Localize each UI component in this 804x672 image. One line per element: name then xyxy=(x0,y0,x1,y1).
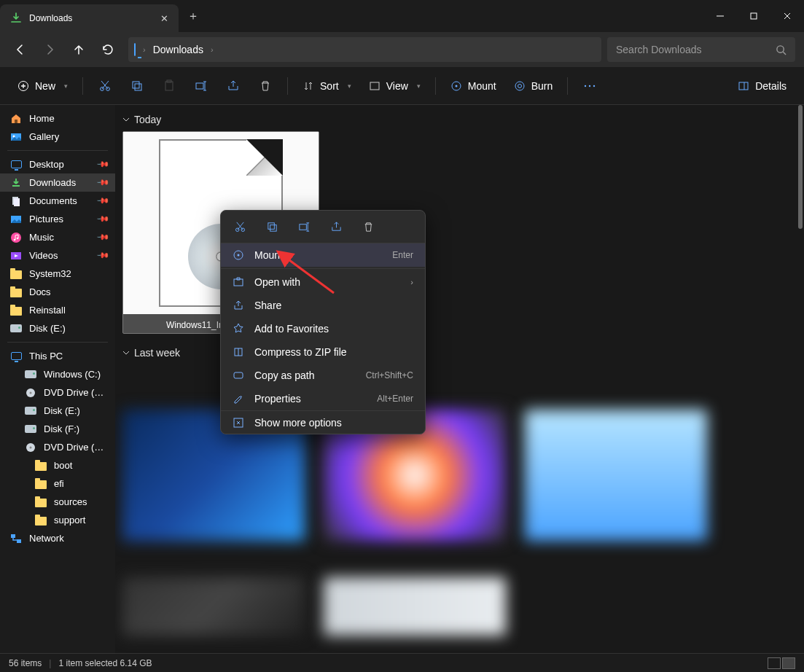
content-area[interactable]: Today Windows11_InsiderPre... 63 Last we… xyxy=(115,105,804,653)
sidebar-item-sources[interactable]: sources xyxy=(0,493,115,511)
ctx-item-openwith[interactable]: Open with › xyxy=(221,270,425,294)
ctx-delete-button[interactable] xyxy=(354,216,383,237)
details-button[interactable]: Details xyxy=(730,73,794,99)
svg-rect-9 xyxy=(133,82,139,88)
zip-icon xyxy=(233,346,244,358)
svg-point-17 xyxy=(515,82,524,90)
close-button[interactable] xyxy=(770,0,804,32)
sidebar-item-thispc[interactable]: This PC xyxy=(0,347,115,365)
sidebar-item-network[interactable]: Network xyxy=(0,529,115,547)
sidebar-item-pictures[interactable]: Pictures📌 xyxy=(0,210,115,228)
svg-rect-38 xyxy=(11,534,15,538)
address-bar[interactable]: › Downloads › xyxy=(128,37,601,62)
svg-point-21 xyxy=(593,85,595,86)
ctx-item-copyaspath[interactable]: Copy as path Ctrl+Shift+C xyxy=(221,364,425,387)
forward-button[interactable] xyxy=(35,36,64,63)
sidebar-item-reinstall[interactable]: Reinstall xyxy=(0,301,115,319)
search-box[interactable] xyxy=(607,37,795,62)
sidebar-item-videos[interactable]: Videos📌 xyxy=(0,246,115,265)
sidebar-item-home[interactable]: Home xyxy=(0,109,115,128)
search-input[interactable] xyxy=(616,44,776,55)
view-button[interactable]: View ▾ xyxy=(362,73,428,99)
burn-button[interactable]: Burn xyxy=(507,73,561,99)
tab-title: Downloads xyxy=(29,13,158,23)
sidebar[interactable]: Home Gallery Desktop📌 Downloads📌 Documen… xyxy=(0,105,115,653)
sidebar-item-efi[interactable]: efi xyxy=(0,474,115,493)
ctx-item-more[interactable]: Show more options xyxy=(221,410,425,434)
svg-rect-14 xyxy=(370,82,379,90)
file-tile-blurred[interactable] xyxy=(324,577,506,636)
delete-button[interactable] xyxy=(251,73,280,99)
svg-point-18 xyxy=(518,84,521,87)
file-tile-blurred[interactable] xyxy=(122,577,305,636)
sidebar-item-system32[interactable]: System32 xyxy=(0,265,115,283)
tab-downloads[interactable]: Downloads ✕ xyxy=(0,4,179,32)
refresh-button[interactable] xyxy=(93,36,122,63)
view-mode-toggle xyxy=(768,657,795,669)
sidebar-item-label: Reinstall xyxy=(29,305,108,316)
sidebar-item-disk-f[interactable]: Disk (F:) xyxy=(0,420,115,438)
ctx-item-mount[interactable]: Mount Enter xyxy=(221,243,425,267)
drive-icon xyxy=(25,423,36,435)
home-icon xyxy=(10,113,22,125)
more-button[interactable] xyxy=(575,73,604,99)
sidebar-item-downloads[interactable]: Downloads📌 xyxy=(0,173,115,192)
sidebar-item-windows-c[interactable]: Windows (C:) xyxy=(0,365,115,383)
chevron-right-icon[interactable]: › xyxy=(208,45,216,54)
ctx-shortcut: Alt+Enter xyxy=(377,394,413,404)
group-today[interactable]: Today xyxy=(122,114,797,125)
maximize-button[interactable] xyxy=(737,0,770,32)
search-icon xyxy=(776,44,787,55)
titlebar: Downloads ✕ ＋ xyxy=(0,0,804,32)
sidebar-item-disk-e[interactable]: Disk (E:) xyxy=(0,402,115,420)
openwith-icon xyxy=(233,276,244,288)
svg-point-32 xyxy=(17,237,19,239)
scrollbar[interactable] xyxy=(798,105,803,229)
ctx-item-addfav[interactable]: Add to Favorites xyxy=(221,317,425,340)
sidebar-item-boot[interactable]: boot xyxy=(0,456,115,474)
sidebar-item-support[interactable]: support xyxy=(0,511,115,529)
ctx-item-properties[interactable]: Properties Alt+Enter xyxy=(221,387,425,410)
new-button[interactable]: New ▾ xyxy=(10,73,75,99)
copy-button[interactable] xyxy=(122,73,152,99)
sidebar-item-docs[interactable]: Docs xyxy=(0,283,115,301)
ctx-item-share[interactable]: Share xyxy=(221,294,425,317)
sidebar-item-label: Downloads xyxy=(29,177,90,188)
ctx-copy-button[interactable] xyxy=(257,216,286,237)
ctx-cut-button[interactable] xyxy=(225,216,254,237)
up-button[interactable] xyxy=(64,36,93,63)
ctx-label: Mount xyxy=(254,249,382,261)
sidebar-item-music[interactable]: Music📌 xyxy=(0,228,115,246)
tab-close-button[interactable]: ✕ xyxy=(158,12,170,24)
sidebar-item-disk-e[interactable]: Disk (E:) xyxy=(0,319,115,337)
sidebar-item-documents[interactable]: Documents📌 xyxy=(0,192,115,210)
folder-icon xyxy=(10,286,22,298)
view-thumbnails-button[interactable] xyxy=(782,657,795,669)
view-details-button[interactable] xyxy=(768,657,781,669)
chevron-down-icon xyxy=(122,116,130,123)
svg-rect-10 xyxy=(135,84,141,90)
ctx-rename-button[interactable] xyxy=(289,216,319,237)
breadcrumb-downloads[interactable]: Downloads xyxy=(149,44,208,55)
sidebar-item-desktop[interactable]: Desktop📌 xyxy=(0,155,115,173)
paste-button[interactable] xyxy=(155,73,184,99)
ctx-share-button[interactable] xyxy=(321,216,351,237)
sidebar-item-gallery[interactable]: Gallery xyxy=(0,128,115,146)
star-icon xyxy=(233,323,244,335)
cut-button[interactable] xyxy=(90,73,120,99)
file-tile-blurred[interactable] xyxy=(525,410,707,541)
minimize-button[interactable] xyxy=(703,0,737,32)
sidebar-item-dvd-d-expanded[interactable]: DVD Drive (D:) CCCOMA_X64FRE xyxy=(0,438,115,456)
burn-label: Burn xyxy=(531,80,553,92)
share-button[interactable] xyxy=(219,73,248,99)
back-button[interactable] xyxy=(6,36,35,63)
sidebar-item-label: Disk (E:) xyxy=(44,405,108,416)
rename-button[interactable] xyxy=(187,73,216,99)
chevron-right-icon[interactable]: › xyxy=(140,45,149,54)
ctx-item-compress[interactable]: Compress to ZIP file xyxy=(221,340,425,364)
sidebar-item-dvd-d[interactable]: DVD Drive (D:) CCCOMA_X64FRE xyxy=(0,383,115,402)
ctx-label: Open with xyxy=(254,276,400,288)
mount-button[interactable]: Mount xyxy=(443,73,504,99)
new-tab-button[interactable]: ＋ xyxy=(179,0,208,32)
sort-button[interactable]: Sort ▾ xyxy=(295,73,359,99)
